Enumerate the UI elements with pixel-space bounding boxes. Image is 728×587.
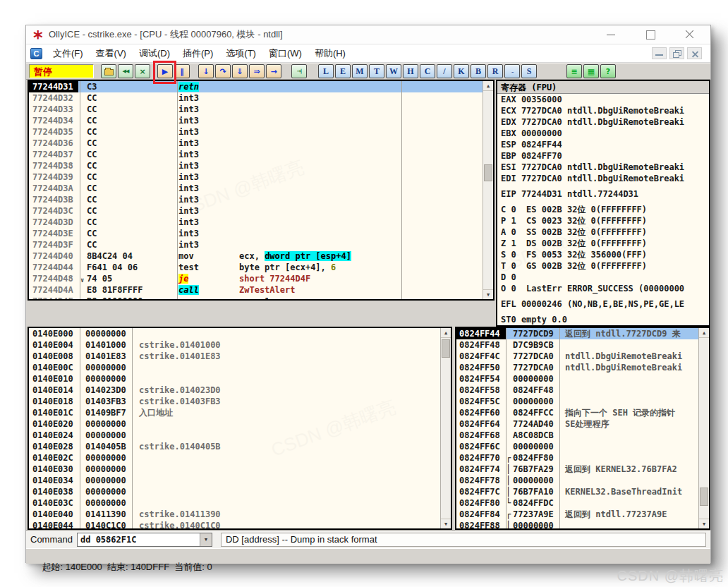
execute-till-return-button[interactable]: → — [266, 64, 281, 78]
register-line[interactable]: Z 1 DS 002B 32位 0(FFFFFFFF) — [497, 238, 709, 249]
cpu-window-button[interactable]: C — [420, 64, 435, 78]
register-line[interactable]: D 0 — [497, 272, 709, 283]
executables-window-button[interactable]: E — [335, 64, 351, 78]
disasm-row[interactable]: 77244D35CCint3 — [29, 126, 493, 138]
breakpoints-button[interactable]: B — [471, 64, 486, 78]
disasm-row[interactable]: 77244D3ECCint3 — [29, 228, 493, 239]
stack-row[interactable]: 0824FF68 A8C08DCB — [456, 430, 709, 441]
dump-row[interactable]: 0140E02C00000000 — [29, 452, 451, 464]
dump-row[interactable]: 0140E0280140405Bcstrike.0140405B — [29, 441, 451, 452]
log-window-button[interactable]: L — [318, 64, 334, 78]
animate-into-button[interactable]: ⇓ — [232, 64, 248, 78]
run-trace-button[interactable]: ... — [504, 64, 520, 78]
debug-options-button[interactable]: ≡ — [566, 64, 582, 78]
stack-row[interactable]: 0824FF70┌0824FF80 — [456, 452, 709, 464]
stack-row[interactable]: 0824FF5C 00000000 — [456, 396, 709, 407]
appearance-button[interactable]: ▦ — [583, 64, 599, 78]
stack-row[interactable]: 0824FF48 D7C9B9CB — [456, 339, 709, 351]
disasm-row[interactable]: 77244D34CCint3 — [29, 115, 493, 126]
dump-row[interactable]: 0140E03800000000 — [29, 486, 451, 497]
register-line[interactable]: ST0 empty 0.0 — [497, 314, 709, 325]
disasm-row[interactable]: 77244D3BCCint3 — [29, 194, 493, 205]
dropdown-arrow-icon[interactable]: ▼ — [200, 533, 212, 546]
references-button[interactable]: R — [487, 64, 503, 78]
threads-window-button[interactable]: T — [369, 64, 384, 78]
disasm-row[interactable]: 77244D3FCCint3 — [29, 239, 493, 250]
memory-map-button[interactable]: M — [352, 64, 368, 78]
source-button[interactable]: S — [521, 64, 537, 78]
dump-row[interactable]: 0140E0440140C1C0cstrike.0140C1C0 — [29, 520, 451, 530]
patches-button[interactable]: / — [437, 64, 452, 78]
register-line[interactable]: EFL 00000246 (NO,NB,E,BE,NS,PE,GE,LE — [497, 298, 709, 310]
run-button[interactable]: ▶ — [157, 64, 173, 78]
disasm-row[interactable]: 77244D39CCint3 — [29, 171, 493, 183]
menu-item-options[interactable]: 选项(T) — [219, 45, 262, 62]
disasm-row[interactable]: 77244D48∨74 05jeshort 77244D4F — [29, 273, 493, 284]
register-line[interactable]: EIP 77244D31 ntdll.77244D31 — [497, 188, 709, 200]
disasm-row[interactable]: 77244D4AE8 81F8FFFFcallZwTestAlert — [29, 284, 493, 296]
scroll-down-icon[interactable]: ▼ — [441, 519, 451, 528]
stack-row[interactable]: 0824FF80└0824FFDC — [456, 497, 709, 509]
stack-row[interactable]: 0824FF6C 00000000 — [456, 441, 709, 452]
call-stack-button[interactable]: K — [454, 64, 469, 78]
menu-item-debug[interactable]: 调试(D) — [133, 45, 176, 62]
register-line[interactable]: EBX 00000000 — [497, 128, 709, 139]
register-line[interactable]: T 0 GS 002B 32位 0(FFFFFFFF) — [497, 260, 709, 272]
register-line[interactable]: ESP 0824FF44 — [497, 139, 709, 150]
open-file-button[interactable] — [101, 64, 116, 78]
disasm-scrollbar[interactable]: ▲ ▼ — [483, 81, 493, 299]
disasm-row[interactable]: 77244D4FB8 01000000moveax, 1 — [29, 296, 493, 301]
register-line[interactable]: C 0 ES 002B 32位 0(FFFFFFFF) — [497, 204, 709, 215]
disasm-row[interactable]: 77244D36CCint3 — [29, 138, 493, 149]
dump-row[interactable]: 0140E00000000000 — [29, 328, 451, 339]
disasm-row[interactable]: 77244D3CCCint3 — [29, 205, 493, 217]
cpu-child-window-icon[interactable]: C — [30, 48, 42, 59]
register-line[interactable]: O 0 LastErr ERROR_SUCCESS (00000000 — [497, 283, 709, 294]
disasm-row[interactable]: 77244D3ACCint3 — [29, 183, 493, 194]
restart-button[interactable]: ◀◀ — [118, 64, 133, 78]
register-line[interactable]: ECX 7727DCA0 ntdll.DbgUiRemoteBreaki — [497, 105, 709, 116]
stack-row[interactable]: 0824FF84┌77237A9E返回到 ntdll.77237A9E — [456, 509, 709, 520]
scroll-thumb[interactable] — [484, 164, 492, 181]
pause-button[interactable]: ‖ — [174, 64, 190, 78]
register-line[interactable]: S 0 FS 0053 32位 356000(FFF) — [497, 249, 709, 260]
dump-row[interactable]: 0140E02000000000 — [29, 418, 451, 430]
child-restore-icon[interactable] — [669, 47, 684, 59]
dump-row[interactable]: 0140E014014023D0cstrike.014023D0 — [29, 385, 451, 396]
scroll-down-icon[interactable]: ▼ — [483, 289, 493, 299]
child-minimize-icon[interactable] — [652, 47, 667, 59]
dump-row[interactable]: 0140E02400000000 — [29, 430, 451, 441]
register-line[interactable]: EDX 7727DCA0 ntdll.DbgUiRemoteBreaki — [497, 116, 709, 128]
disasm-row[interactable]: 77244D3DCCint3 — [29, 217, 493, 228]
stack-row[interactable]: 0824FF44 7727DCD9返回到 ntdll.7727DCD9 来 — [456, 328, 709, 339]
stack-scrollbar[interactable]: ▲ ▼ — [698, 328, 709, 528]
disasm-row[interactable]: 77244D31C3retn — [29, 81, 493, 92]
dump-row[interactable]: 0140E04001411390cstrike.01411390 — [29, 509, 451, 520]
dump-row[interactable]: 0140E00C00000000 — [29, 362, 451, 373]
menu-item-view[interactable]: 查看(V) — [90, 45, 133, 62]
help-button[interactable]: ? — [600, 64, 616, 78]
stack-row[interactable]: 0824FF74│76B7FA29返回到 KERNEL32.76B7FA2 — [456, 464, 709, 475]
dump-row[interactable]: 0140E03000000000 — [29, 464, 451, 475]
stack-row[interactable]: 0824FF7C│76B7FA10KERNEL32.BaseThreadInit — [456, 486, 709, 497]
child-close-icon[interactable] — [687, 47, 702, 59]
handles-button[interactable]: H — [403, 64, 418, 78]
register-line[interactable]: EDI 7727DCA0 ntdll.DbgUiRemoteBreaki — [497, 173, 709, 184]
register-line[interactable]: A 0 SS 002B 32位 0(FFFFFFFF) — [497, 226, 709, 238]
dump-row[interactable]: 0140E01C01409BF7入口地址 — [29, 407, 451, 418]
minimize-icon[interactable] — [606, 30, 616, 39]
stack-row[interactable]: 0824FF88│00000000 — [456, 520, 709, 530]
go-to-button[interactable]: →| — [291, 64, 307, 78]
dump-row[interactable]: 0140E03C00000000 — [29, 497, 451, 509]
menu-item-help[interactable]: 帮助(H) — [308, 45, 352, 62]
menu-item-file[interactable]: 文件(F) — [47, 45, 90, 62]
disasm-row[interactable]: 77244D37CCint3 — [29, 149, 493, 160]
command-input[interactable] — [78, 533, 200, 546]
register-line[interactable]: ESI 7727DCA0 ntdll.DbgUiRemoteBreaki — [497, 162, 709, 173]
stack-row[interactable]: 0824FF54 00000000 — [456, 373, 709, 385]
scroll-thumb[interactable] — [442, 339, 450, 358]
scroll-up-icon[interactable]: ▲ — [483, 81, 493, 91]
dump-scrollbar[interactable]: ▲ ▼ — [440, 328, 451, 528]
disasm-row[interactable]: 77244D33CCint3 — [29, 104, 493, 115]
stack-row[interactable]: 0824FF78│00000000 — [456, 475, 709, 486]
